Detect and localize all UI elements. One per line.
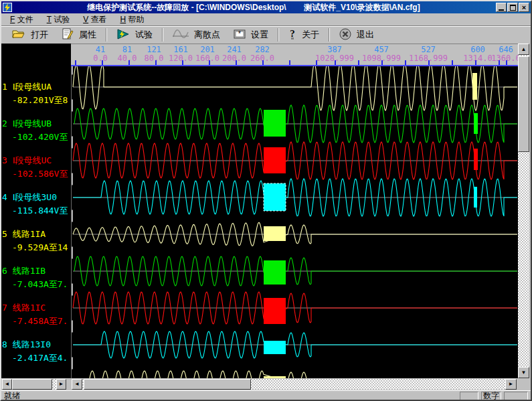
ruler-time-label: 0.0	[93, 54, 108, 63]
channel-range-6: -7.043A至7.	[12, 278, 68, 291]
ruler-sample-label: 282	[255, 45, 270, 54]
settings-icon: *	[234, 29, 246, 42]
toolbar-button-properties[interactable]: 属性	[55, 27, 103, 43]
toolbar-button-open[interactable]: 打开	[5, 27, 55, 43]
toolbar-button-label: 退出	[357, 29, 374, 41]
channel-label-7: 7 线路1IC	[2, 302, 46, 314]
close-button[interactable]: ×	[519, 3, 529, 12]
channel-label-panel: 1 Ⅰ段母线UA-82.201V至82 Ⅰ段母线UB-102.420V至3 Ⅰ段…	[1, 44, 71, 378]
wave-scroll-right-button[interactable]: ►	[505, 379, 517, 390]
vertical-scrollbar[interactable]: ▲ ▼	[518, 44, 530, 378]
toolbar-button-discrete-points[interactable]: 离散点	[166, 27, 227, 43]
toolbar-button-label: 设置	[251, 29, 268, 41]
properties-icon	[62, 28, 74, 42]
fault-block-5	[264, 226, 286, 241]
wave-scroll-thumb[interactable]	[84, 379, 251, 390]
ruler-tick	[428, 60, 430, 65]
ruler-sample-label: 527	[421, 45, 436, 54]
cursor-mark-2	[474, 113, 478, 134]
ruler-tick	[405, 60, 406, 65]
ruler-sample-label: 161	[173, 45, 188, 54]
ruler-time-label: 120.0	[169, 54, 193, 63]
ruler-sample-label: 457	[374, 45, 389, 54]
label-scroll-right-button[interactable]: ►	[56, 379, 66, 390]
toolbar-button-test[interactable]: 试验	[110, 27, 159, 43]
label-scroll-left-button[interactable]: ◄	[2, 379, 12, 390]
toolbar-button-label: 属性	[79, 29, 96, 41]
about-icon: ?	[288, 28, 296, 42]
ruler-sample-label: 81	[122, 45, 132, 54]
ruler-tick	[209, 60, 210, 65]
toolbar-button-label: 打开	[31, 29, 48, 41]
wave-scroll-left-button[interactable]: ◄	[72, 379, 82, 390]
waveform-scrollbar[interactable]: ◄ ►	[71, 378, 518, 390]
ruler-tick	[289, 60, 290, 65]
channel-range-3: -102.586V至	[12, 168, 68, 180]
vertical-scroll-thumb[interactable]	[518, 56, 529, 152]
toolbar-button-about[interactable]: ?关于	[282, 27, 326, 43]
ruler-time-label: 40.0	[118, 54, 137, 63]
toolbar-separator	[278, 28, 279, 42]
channel-range-2: -102.420V至	[12, 131, 68, 143]
status-num-indicator: 数字	[481, 392, 501, 401]
ruler-sample-label: 646	[499, 45, 513, 54]
minimize-button[interactable]	[496, 3, 507, 12]
ruler-tick	[236, 60, 237, 65]
ruler-tick	[499, 60, 500, 65]
channel-label-8: 8 线路13I0	[2, 339, 51, 351]
waveform-plot	[72, 66, 518, 378]
channel-label-6: 6 线路1IB	[2, 265, 46, 277]
channel-wave-partial	[73, 371, 517, 378]
scroll-up-button[interactable]: ▲	[518, 44, 529, 55]
menu-item-test[interactable]: T 试验	[41, 13, 76, 26]
window-title: 继电保护测试系统--故障回放 - [C:\WINDOWS\Desktop\ 测试…	[12, 1, 495, 13]
label-panel-scrollbar[interactable]: ◄ ►	[1, 378, 67, 390]
ruler-time-label: 1360.0	[491, 54, 518, 63]
toolbar-button-label: 试验	[135, 29, 153, 41]
channel-range-5: -9.529A至14	[12, 242, 68, 254]
ruler-sample-label: 387	[327, 45, 342, 54]
fault-block-3	[264, 147, 286, 173]
status-ready-text: 就绪	[1, 390, 460, 401]
ruler-sample-label: 600	[470, 45, 485, 54]
channel-label-3: 3 Ⅰ段母线UC	[2, 155, 52, 167]
status-bar: 就绪 数字	[1, 390, 531, 401]
ruler-time-label: 1314.0	[463, 54, 492, 63]
discrete-points-icon	[173, 28, 189, 42]
menu-item-help[interactable]: H 帮助	[114, 13, 151, 26]
scroll-down-button[interactable]: ▼	[518, 367, 529, 378]
channel-range-1: -82.201V至8	[12, 94, 68, 106]
channel-range-4: -115.844V至	[12, 205, 68, 217]
svg-text:*: *	[238, 30, 241, 37]
ruler-tick	[262, 60, 264, 65]
channel-range-7: -7.458A至7.	[12, 315, 68, 327]
channel-wave-1	[73, 66, 517, 110]
restore-button[interactable]	[507, 3, 518, 12]
ruler-tick	[182, 60, 183, 65]
svg-text:?: ?	[290, 28, 295, 39]
status-panel-empty-1	[460, 392, 478, 401]
ruler-sample-label: 241	[227, 45, 242, 54]
toolbar-button-exit[interactable]: 退出	[333, 27, 381, 43]
fault-block-4	[264, 183, 286, 211]
waveform-area[interactable]	[71, 66, 518, 378]
app-icon	[3, 3, 12, 12]
ruler-tick	[102, 60, 103, 65]
menu-item-file[interactable]: F 文件	[4, 13, 39, 26]
label-scroll-thumb[interactable]	[12, 379, 52, 390]
scrollbar-row: ◄ ► ◄ ►	[1, 378, 531, 390]
cursor-mark-3	[474, 149, 478, 170]
ruler-tick	[475, 60, 476, 65]
ruler-tick	[358, 60, 359, 65]
ruler-tick	[128, 60, 130, 65]
ruler-tick	[155, 60, 157, 65]
menu-item-view[interactable]: V 查看	[77, 13, 112, 26]
ruler-sample-label: 121	[147, 45, 161, 54]
toolbar-separator	[329, 28, 330, 42]
fault-block-8	[264, 341, 286, 354]
ruler-tick	[75, 60, 76, 65]
fault-block-7	[264, 298, 286, 324]
fault-block-2	[264, 110, 286, 137]
channel-range-8: -2.417A至4.	[12, 352, 68, 364]
toolbar-button-settings[interactable]: *设置	[227, 27, 275, 43]
